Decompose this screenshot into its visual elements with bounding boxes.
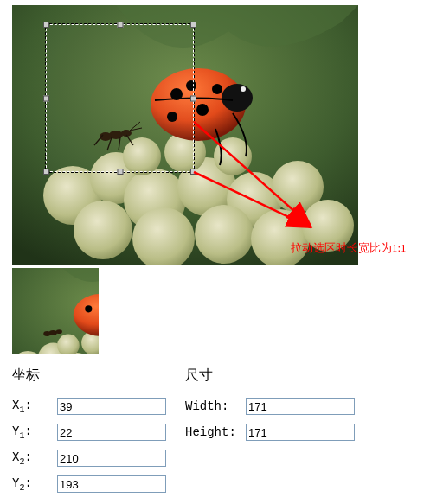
size-heading: 尺寸 xyxy=(185,367,410,385)
svg-point-36 xyxy=(85,305,92,312)
svg-point-18 xyxy=(196,104,209,116)
svg-point-9 xyxy=(195,205,254,264)
input-width[interactable] xyxy=(246,398,355,415)
label-height: Height: xyxy=(185,425,246,439)
svg-point-20 xyxy=(212,84,222,94)
main-image-area[interactable]: 拉动选区时长宽比为1:1 xyxy=(12,5,358,265)
handle-s[interactable] xyxy=(117,169,123,175)
handle-se[interactable] xyxy=(190,169,196,175)
label-x2: X2: xyxy=(12,450,57,467)
coords-heading: 坐标 xyxy=(12,367,185,385)
label-y1: Y1: xyxy=(12,424,57,441)
coordinates-form: 坐标 X1: Y1: X2: Y2: 尺寸 Width: xyxy=(12,367,443,497)
handle-n[interactable] xyxy=(117,22,123,28)
label-x1: X1: xyxy=(12,399,57,415)
input-y2[interactable] xyxy=(57,475,166,493)
label-y2: Y2: xyxy=(12,476,57,493)
annotation-text: 拉动选区时长宽比为1:1 xyxy=(291,240,407,256)
handle-e[interactable] xyxy=(190,95,196,101)
preview-thumbnail xyxy=(12,268,99,354)
label-width: Width: xyxy=(185,399,246,413)
svg-point-40 xyxy=(43,331,50,336)
svg-point-22 xyxy=(241,86,246,92)
svg-point-16 xyxy=(222,84,253,112)
crop-selection[interactable] xyxy=(46,24,194,172)
input-x2[interactable] xyxy=(57,450,166,467)
handle-w[interactable] xyxy=(43,95,49,101)
handle-ne[interactable] xyxy=(190,22,196,28)
svg-point-39 xyxy=(56,329,62,334)
input-height[interactable] xyxy=(246,424,355,441)
handle-sw[interactable] xyxy=(43,169,49,175)
input-x1[interactable] xyxy=(57,398,166,415)
svg-point-7 xyxy=(74,201,132,259)
handle-nw[interactable] xyxy=(43,22,49,28)
input-y1[interactable] xyxy=(57,424,166,441)
